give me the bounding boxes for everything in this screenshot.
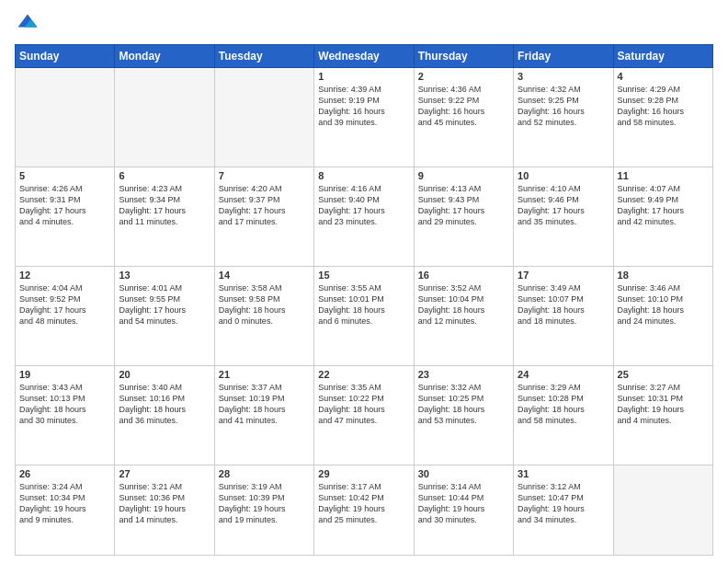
calendar-cell: 28Sunrise: 3:19 AM Sunset: 10:39 PM Dayl… — [214, 465, 313, 555]
day-info: Sunrise: 3:40 AM Sunset: 10:16 PM Daylig… — [119, 382, 210, 427]
calendar-week-row: 19Sunrise: 3:43 AM Sunset: 10:13 PM Dayl… — [16, 365, 713, 465]
day-number: 10 — [518, 170, 609, 181]
day-number: 16 — [418, 270, 509, 281]
calendar-cell: 14Sunrise: 3:58 AM Sunset: 9:58 PM Dayli… — [214, 266, 313, 365]
calendar-cell: 18Sunrise: 3:46 AM Sunset: 10:10 PM Dayl… — [613, 266, 712, 365]
day-info: Sunrise: 3:14 AM Sunset: 10:44 PM Daylig… — [418, 481, 509, 526]
day-number: 8 — [318, 170, 409, 181]
day-info: Sunrise: 3:32 AM Sunset: 10:25 PM Daylig… — [418, 382, 509, 427]
day-number: 20 — [119, 369, 210, 380]
calendar-table: SundayMondayTuesdayWednesdayThursdayFrid… — [15, 44, 713, 556]
day-info: Sunrise: 3:52 AM Sunset: 10:04 PM Daylig… — [418, 282, 509, 327]
day-info: Sunrise: 3:37 AM Sunset: 10:19 PM Daylig… — [219, 382, 310, 427]
calendar-cell — [115, 68, 214, 167]
day-number: 22 — [318, 369, 409, 380]
day-info: Sunrise: 4:04 AM Sunset: 9:52 PM Dayligh… — [19, 282, 110, 327]
calendar-cell: 19Sunrise: 3:43 AM Sunset: 10:13 PM Dayl… — [16, 365, 115, 465]
day-info: Sunrise: 3:27 AM Sunset: 10:31 PM Daylig… — [618, 382, 709, 427]
day-number: 25 — [618, 369, 709, 380]
day-info: Sunrise: 4:39 AM Sunset: 9:19 PM Dayligh… — [318, 84, 409, 129]
day-number: 21 — [219, 369, 310, 380]
day-info: Sunrise: 3:55 AM Sunset: 10:01 PM Daylig… — [318, 282, 409, 327]
calendar-cell: 10Sunrise: 4:10 AM Sunset: 9:46 PM Dayli… — [514, 167, 613, 266]
day-number: 29 — [318, 468, 409, 479]
day-number: 14 — [219, 270, 310, 281]
calendar-cell: 7Sunrise: 4:20 AM Sunset: 9:37 PM Daylig… — [214, 167, 313, 266]
calendar-cell: 26Sunrise: 3:24 AM Sunset: 10:34 PM Dayl… — [16, 465, 115, 555]
day-number: 13 — [119, 270, 210, 281]
weekday-header-friday: Friday — [514, 45, 613, 68]
calendar-cell: 23Sunrise: 3:32 AM Sunset: 10:25 PM Dayl… — [414, 365, 513, 465]
calendar-week-row: 12Sunrise: 4:04 AM Sunset: 9:52 PM Dayli… — [16, 266, 713, 365]
day-info: Sunrise: 3:35 AM Sunset: 10:22 PM Daylig… — [318, 382, 409, 427]
day-info: Sunrise: 4:23 AM Sunset: 9:34 PM Dayligh… — [119, 183, 210, 228]
day-info: Sunrise: 4:16 AM Sunset: 9:40 PM Dayligh… — [318, 183, 409, 228]
day-number: 12 — [19, 270, 110, 281]
calendar-cell: 12Sunrise: 4:04 AM Sunset: 9:52 PM Dayli… — [16, 266, 115, 365]
day-number: 5 — [19, 170, 110, 181]
calendar-cell: 27Sunrise: 3:21 AM Sunset: 10:36 PM Dayl… — [115, 465, 214, 555]
header — [15, 11, 713, 37]
day-info: Sunrise: 3:21 AM Sunset: 10:36 PM Daylig… — [119, 481, 210, 526]
day-info: Sunrise: 3:58 AM Sunset: 9:58 PM Dayligh… — [219, 282, 310, 327]
page: SundayMondayTuesdayWednesdayThursdayFrid… — [0, 0, 728, 563]
calendar-cell: 16Sunrise: 3:52 AM Sunset: 10:04 PM Dayl… — [414, 266, 513, 365]
day-info: Sunrise: 3:19 AM Sunset: 10:39 PM Daylig… — [219, 481, 310, 526]
calendar-cell — [613, 465, 712, 555]
day-number: 15 — [318, 270, 409, 281]
day-number: 6 — [119, 170, 210, 181]
day-number: 4 — [618, 71, 709, 82]
day-info: Sunrise: 3:43 AM Sunset: 10:13 PM Daylig… — [19, 382, 110, 427]
calendar-cell: 4Sunrise: 4:29 AM Sunset: 9:28 PM Daylig… — [613, 68, 712, 167]
weekday-header-tuesday: Tuesday — [214, 45, 313, 68]
day-number: 31 — [518, 468, 609, 479]
day-info: Sunrise: 4:10 AM Sunset: 9:46 PM Dayligh… — [518, 183, 609, 228]
calendar-cell: 5Sunrise: 4:26 AM Sunset: 9:31 PM Daylig… — [16, 167, 115, 266]
day-info: Sunrise: 4:26 AM Sunset: 9:31 PM Dayligh… — [19, 183, 110, 228]
day-number: 27 — [119, 468, 210, 479]
day-number: 1 — [318, 71, 409, 82]
calendar-cell: 17Sunrise: 3:49 AM Sunset: 10:07 PM Dayl… — [514, 266, 613, 365]
calendar-cell: 9Sunrise: 4:13 AM Sunset: 9:43 PM Daylig… — [414, 167, 513, 266]
calendar-cell: 15Sunrise: 3:55 AM Sunset: 10:01 PM Dayl… — [314, 266, 414, 365]
weekday-header-wednesday: Wednesday — [314, 45, 414, 68]
calendar-cell: 3Sunrise: 4:32 AM Sunset: 9:25 PM Daylig… — [514, 68, 613, 167]
calendar-cell: 1Sunrise: 4:39 AM Sunset: 9:19 PM Daylig… — [314, 68, 414, 167]
day-number: 28 — [219, 468, 310, 479]
calendar-cell — [16, 68, 115, 167]
calendar-cell: 21Sunrise: 3:37 AM Sunset: 10:19 PM Dayl… — [214, 365, 313, 465]
weekday-header-row: SundayMondayTuesdayWednesdayThursdayFrid… — [16, 45, 713, 68]
day-number: 2 — [418, 71, 509, 82]
day-number: 17 — [518, 270, 609, 281]
day-number: 7 — [219, 170, 310, 181]
day-info: Sunrise: 3:17 AM Sunset: 10:42 PM Daylig… — [318, 481, 409, 526]
day-info: Sunrise: 4:32 AM Sunset: 9:25 PM Dayligh… — [518, 84, 609, 129]
calendar-cell: 11Sunrise: 4:07 AM Sunset: 9:49 PM Dayli… — [613, 167, 712, 266]
calendar-week-row: 1Sunrise: 4:39 AM Sunset: 9:19 PM Daylig… — [16, 68, 713, 167]
day-info: Sunrise: 4:07 AM Sunset: 9:49 PM Dayligh… — [618, 183, 709, 228]
day-info: Sunrise: 4:36 AM Sunset: 9:22 PM Dayligh… — [418, 84, 509, 129]
weekday-header-thursday: Thursday — [414, 45, 513, 68]
day-number: 26 — [19, 468, 110, 479]
calendar-cell: 13Sunrise: 4:01 AM Sunset: 9:55 PM Dayli… — [115, 266, 214, 365]
weekday-header-saturday: Saturday — [613, 45, 712, 68]
day-info: Sunrise: 4:29 AM Sunset: 9:28 PM Dayligh… — [618, 84, 709, 129]
day-number: 3 — [518, 71, 609, 82]
day-info: Sunrise: 3:46 AM Sunset: 10:10 PM Daylig… — [618, 282, 709, 327]
calendar-cell: 8Sunrise: 4:16 AM Sunset: 9:40 PM Daylig… — [314, 167, 414, 266]
calendar-cell — [214, 68, 313, 167]
calendar-week-row: 5Sunrise: 4:26 AM Sunset: 9:31 PM Daylig… — [16, 167, 713, 266]
day-info: Sunrise: 3:29 AM Sunset: 10:28 PM Daylig… — [518, 382, 609, 427]
calendar-cell: 20Sunrise: 3:40 AM Sunset: 10:16 PM Dayl… — [115, 365, 214, 465]
logo — [15, 11, 44, 37]
day-number: 24 — [518, 369, 609, 380]
day-info: Sunrise: 3:12 AM Sunset: 10:47 PM Daylig… — [518, 481, 609, 526]
day-info: Sunrise: 3:24 AM Sunset: 10:34 PM Daylig… — [19, 481, 110, 526]
calendar-cell: 6Sunrise: 4:23 AM Sunset: 9:34 PM Daylig… — [115, 167, 214, 266]
weekday-header-monday: Monday — [115, 45, 214, 68]
day-info: Sunrise: 4:13 AM Sunset: 9:43 PM Dayligh… — [418, 183, 509, 228]
day-info: Sunrise: 4:01 AM Sunset: 9:55 PM Dayligh… — [119, 282, 210, 327]
day-info: Sunrise: 3:49 AM Sunset: 10:07 PM Daylig… — [518, 282, 609, 327]
weekday-header-sunday: Sunday — [16, 45, 115, 68]
logo-icon — [15, 11, 40, 37]
